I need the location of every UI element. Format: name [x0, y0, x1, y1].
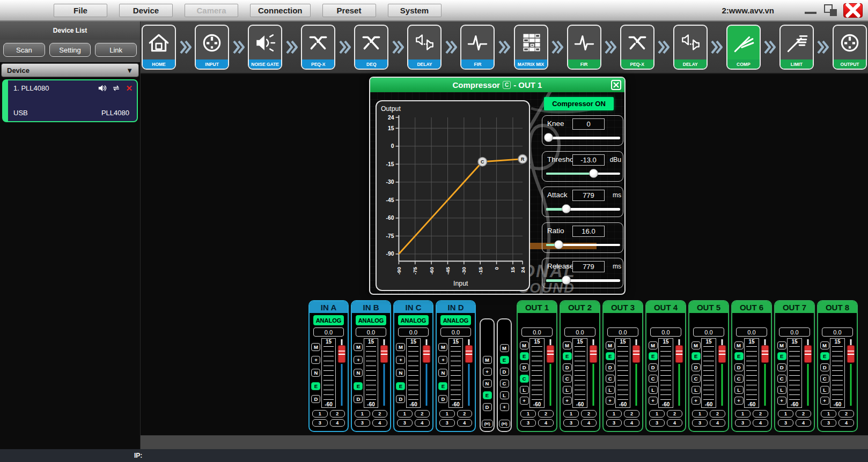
channel-button-plus[interactable]: +: [820, 397, 829, 405]
channel-button-e[interactable]: E: [396, 382, 405, 390]
fader[interactable]: [717, 338, 727, 408]
ratio-value[interactable]: 16.0: [572, 226, 605, 237]
preset-button-4[interactable]: 4: [667, 419, 682, 427]
ratio-slider[interactable]: [546, 240, 620, 250]
channel-button-e[interactable]: E: [820, 352, 829, 360]
minimize-button[interactable]: [804, 5, 818, 16]
analog-button[interactable]: ANALOG: [356, 315, 386, 325]
channel-button-l[interactable]: L: [606, 386, 615, 394]
strip-header-in-a[interactable]: IN A: [310, 301, 348, 313]
gain-value[interactable]: 0.0: [313, 327, 344, 337]
channel-button-m[interactable]: M: [649, 341, 658, 349]
channel-button-n[interactable]: N: [438, 369, 447, 377]
channel-button-n[interactable]: N: [354, 369, 363, 377]
tool-delay-5[interactable]: DELAY: [407, 25, 442, 70]
sync-icon[interactable]: [112, 84, 121, 92]
release-value[interactable]: 779: [572, 261, 605, 272]
fader-thumb[interactable]: [589, 345, 597, 363]
device-filter-dropdown[interactable]: Device ▼: [1, 63, 139, 77]
preset-button-2[interactable]: 2: [710, 410, 725, 418]
fader-thumb[interactable]: [632, 345, 640, 363]
fader[interactable]: [545, 338, 556, 408]
analog-button[interactable]: ANALOG: [440, 315, 471, 325]
fader-thumb[interactable]: [804, 345, 812, 363]
fader-thumb[interactable]: [546, 345, 554, 363]
channel-button-m[interactable]: M: [483, 356, 492, 364]
preset-button-1[interactable]: 1: [606, 410, 622, 418]
channel-button-l[interactable]: L: [520, 386, 529, 394]
slider-thumb[interactable]: [562, 204, 571, 213]
fader[interactable]: [464, 338, 474, 408]
channel-button-e[interactable]: E: [777, 352, 786, 360]
channel-button-plus[interactable]: +: [438, 356, 447, 364]
tool-matrix-mix-7[interactable]: MATRIX MIX: [514, 25, 548, 70]
preset-button-3[interactable]: 3: [606, 419, 622, 427]
preset-button-1[interactable]: 1: [649, 410, 665, 418]
compressor-on-button[interactable]: Compressor ON: [544, 97, 614, 110]
strip-header-out-7[interactable]: OUT 7: [775, 301, 814, 313]
link-button[interactable]: (H): [482, 420, 493, 428]
fader-thumb[interactable]: [718, 345, 726, 363]
tool-output-13[interactable]: OUTPUT: [833, 25, 867, 70]
channel-button-l[interactable]: L: [777, 386, 786, 394]
tool-deq-4[interactable]: DEQ: [354, 25, 388, 70]
channel-button-plus[interactable]: +: [500, 403, 509, 411]
preset-button-1[interactable]: 1: [355, 410, 370, 418]
channel-button-plus[interactable]: +: [520, 397, 529, 405]
restore-button[interactable]: [824, 4, 837, 16]
tool-delay-10[interactable]: DELAY: [673, 25, 708, 70]
link-button[interactable]: (H): [499, 420, 510, 428]
fader[interactable]: [421, 338, 432, 408]
preset-button-2[interactable]: 2: [415, 410, 430, 418]
fader-thumb[interactable]: [423, 345, 431, 363]
menu-system[interactable]: System: [388, 4, 442, 17]
tool-noise-gate-2[interactable]: NOISE GATE: [248, 25, 282, 70]
gain-value[interactable]: 0.0: [736, 327, 767, 337]
menu-file[interactable]: File: [54, 4, 107, 17]
gain-value[interactable]: 0.0: [564, 327, 595, 337]
strip-header-out-4[interactable]: OUT 4: [646, 301, 685, 313]
gain-value[interactable]: 0.0: [356, 327, 386, 337]
dialog-close-button[interactable]: [611, 80, 621, 90]
gain-value[interactable]: 0.0: [779, 327, 810, 337]
tool-fir-6[interactable]: FIR: [460, 25, 495, 70]
preset-button-3[interactable]: 3: [735, 419, 751, 427]
channel-button-e[interactable]: E: [354, 382, 363, 390]
fader[interactable]: [631, 338, 642, 408]
channel-button-n[interactable]: N: [311, 369, 320, 377]
preset-button-1[interactable]: 1: [821, 410, 836, 418]
preset-button-2[interactable]: 2: [330, 410, 345, 418]
channel-button-d[interactable]: D: [311, 395, 320, 403]
preset-button-1[interactable]: 1: [778, 410, 793, 418]
channel-button-m[interactable]: M: [734, 341, 744, 349]
fader[interactable]: [379, 338, 389, 408]
strip-header-out-5[interactable]: OUT 5: [689, 301, 728, 313]
gain-value[interactable]: 0.0: [822, 327, 853, 337]
preset-button-4[interactable]: 4: [538, 419, 554, 427]
channel-button-plus[interactable]: +: [734, 397, 744, 405]
slider-thumb[interactable]: [554, 240, 563, 249]
preset-button-2[interactable]: 2: [624, 410, 639, 418]
fader[interactable]: [588, 338, 599, 408]
channel-button-plus[interactable]: +: [606, 397, 615, 405]
channel-button-d[interactable]: D: [438, 395, 447, 403]
compressor-transfer-chart[interactable]: 24150-15-30-45-60-75-90-90-75-60-45-30-1…: [377, 101, 529, 290]
channel-button-m[interactable]: M: [563, 341, 572, 349]
channel-button-d[interactable]: D: [777, 363, 786, 371]
preset-button-4[interactable]: 4: [753, 419, 768, 427]
tool-limit-12[interactable]: LIMIT: [779, 25, 814, 70]
channel-button-plus[interactable]: +: [483, 368, 492, 376]
preset-button-3[interactable]: 3: [821, 419, 836, 427]
channel-button-c[interactable]: C: [820, 375, 829, 383]
preset-button-4[interactable]: 4: [581, 419, 597, 427]
channel-button-d[interactable]: D: [500, 368, 509, 376]
preset-button-2[interactable]: 2: [753, 410, 768, 418]
tool-fir-8[interactable]: FIR: [567, 25, 601, 70]
channel-button-plus[interactable]: +: [649, 397, 658, 405]
preset-button-3[interactable]: 3: [563, 419, 579, 427]
channel-button-d[interactable]: D: [483, 403, 492, 411]
strip-header-in-c[interactable]: IN C: [394, 301, 432, 313]
fader[interactable]: [803, 338, 813, 408]
preset-button-3[interactable]: 3: [520, 419, 536, 427]
tool-peq-x-9[interactable]: PEQ-X: [620, 25, 654, 70]
